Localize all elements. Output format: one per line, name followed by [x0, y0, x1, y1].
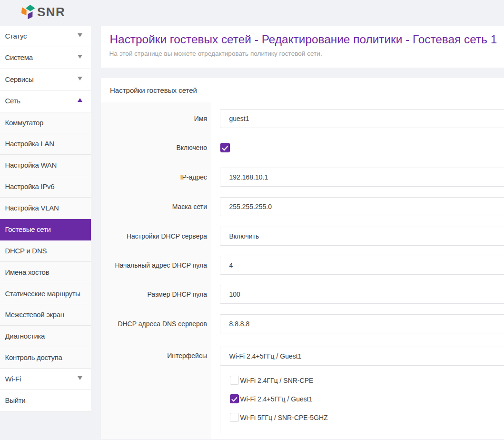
svg-text:SNR: SNR: [37, 5, 65, 19]
